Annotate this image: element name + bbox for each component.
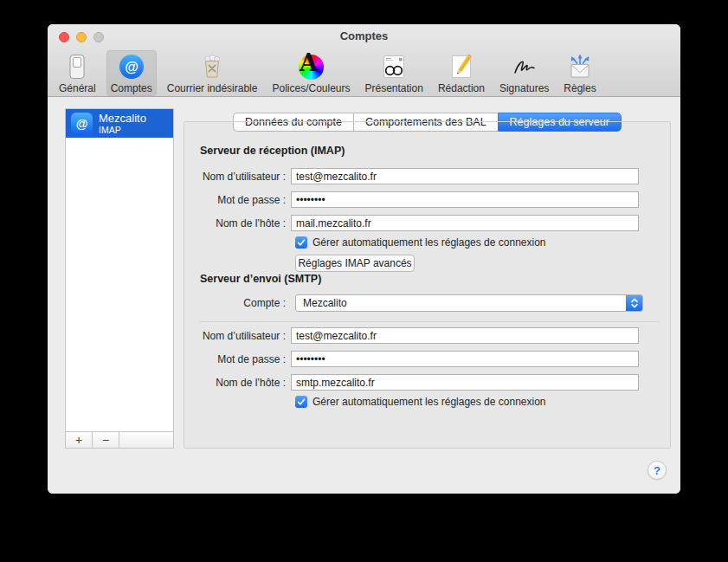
preferences-window: Comptes Général @ xyxy=(48,24,680,494)
smtp-password-field[interactable] xyxy=(291,351,639,367)
glasses-icon xyxy=(380,53,408,81)
smtp-hostname-field[interactable] xyxy=(291,374,639,391)
rules-envelope-icon xyxy=(566,53,594,81)
toolbar-item-viewing[interactable]: Présentation xyxy=(361,50,428,96)
compose-pencil-icon xyxy=(448,53,475,81)
smtp-account-popup[interactable]: Mezcalito xyxy=(295,294,643,312)
checkbox-checked-icon[interactable] xyxy=(295,236,307,249)
imap-password-field[interactable] xyxy=(291,191,639,208)
junk-trash-icon xyxy=(198,53,226,81)
toolbar-item-accounts[interactable]: @ Comptes xyxy=(106,50,157,96)
smtp-hostname-label: Nom de l’hôte : xyxy=(184,377,291,389)
imap-section-header: Serveur de réception (IMAP) xyxy=(200,145,345,157)
toolbar-item-label: Rédaction xyxy=(438,82,485,94)
account-name: Mezcalito xyxy=(99,112,146,125)
toolbar-item-composing[interactable]: Rédaction xyxy=(434,50,489,96)
section-divider xyxy=(200,321,659,322)
popup-chevrons-icon xyxy=(626,295,642,311)
toolbar-item-general[interactable]: Général xyxy=(55,50,100,96)
smtp-account-popup-value: Mezcalito xyxy=(296,297,626,309)
toolbar-item-rules[interactable]: Règles xyxy=(559,50,600,96)
help-button[interactable]: ? xyxy=(647,461,667,480)
toolbar-item-junk[interactable]: Courrier indésirable xyxy=(163,50,262,96)
toolbar-item-label: Courrier indésirable xyxy=(167,82,258,94)
toolbar-item-label: Polices/Couleurs xyxy=(272,82,350,94)
toolbar-item-label: Présentation xyxy=(365,82,423,94)
at-icon: @ xyxy=(118,53,145,81)
account-list-footer: + − xyxy=(66,431,173,448)
imap-hostname-field[interactable] xyxy=(291,215,639,231)
svg-text:@: @ xyxy=(125,60,139,74)
toolbar-item-label: Général xyxy=(59,82,96,94)
smtp-section-header: Serveur d’envoi (SMTP) xyxy=(200,273,321,285)
toolbar-item-label: Signatures xyxy=(499,82,549,94)
smtp-auto-settings-checkbox-row[interactable]: Gérer automatiquement les réglages de co… xyxy=(295,396,546,408)
smtp-password-label: Mot de passe : xyxy=(184,353,291,365)
imap-auto-settings-checkbox-row[interactable]: Gérer automatiquement les réglages de co… xyxy=(295,236,546,249)
smtp-auto-settings-label: Gérer automatiquement les réglages de co… xyxy=(312,396,546,408)
fonts-colors-icon: A xyxy=(297,53,325,81)
toolbar-item-label: Règles xyxy=(564,82,596,94)
toolbar-item-signatures[interactable]: Signatures xyxy=(495,50,553,96)
smtp-username-label: Nom d’utilisateur : xyxy=(184,330,291,342)
signature-icon xyxy=(511,53,538,81)
imap-username-label: Nom d’utilisateur : xyxy=(184,171,291,183)
switch-icon xyxy=(63,53,91,81)
imap-hostname-label: Nom de l’hôte : xyxy=(184,217,291,229)
imap-username-field[interactable] xyxy=(291,168,639,184)
toolbar-item-fonts-colors[interactable]: A Polices/Couleurs xyxy=(267,50,354,96)
imap-auto-settings-label: Gérer automatiquement les réglages de co… xyxy=(312,236,546,249)
titlebar: Comptes xyxy=(48,24,680,48)
smtp-username-field[interactable] xyxy=(291,327,639,344)
toolbar-item-label: Comptes xyxy=(111,82,152,94)
toolbar: Général @ Comptes xyxy=(55,50,601,96)
remove-account-button[interactable]: − xyxy=(93,432,119,448)
window-title: Comptes xyxy=(48,29,680,42)
imap-advanced-settings-button[interactable]: Réglages IMAP avancés xyxy=(295,255,415,272)
account-list-item-mezcalito[interactable]: @ Mezcalito IMAP xyxy=(66,109,173,138)
add-account-button[interactable]: + xyxy=(66,432,93,448)
account-at-icon: @ xyxy=(71,113,93,134)
smtp-account-label: Compte : xyxy=(184,297,291,309)
checkbox-checked-icon[interactable] xyxy=(295,396,307,408)
preferences-content: @ Mezcalito IMAP + − Données du compte C… xyxy=(48,97,680,494)
account-protocol: IMAP xyxy=(99,125,146,135)
imap-password-label: Mot de passe : xyxy=(184,194,291,206)
server-settings-panel: Serveur de réception (IMAP) Nom d’utilis… xyxy=(184,121,671,449)
account-list: @ Mezcalito IMAP + − xyxy=(65,108,174,449)
window-header: Comptes Général @ xyxy=(48,24,680,97)
